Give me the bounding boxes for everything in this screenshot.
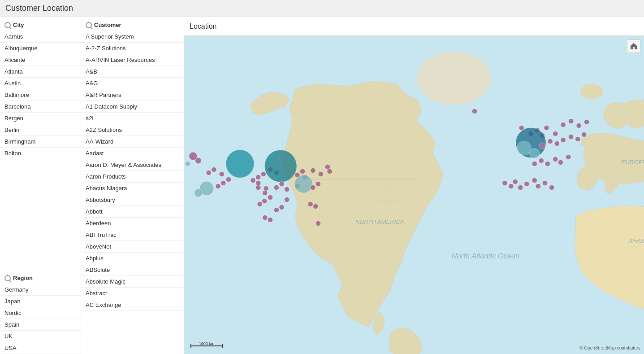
europe-label: EUROPE bbox=[622, 159, 644, 166]
city-list-item[interactable]: Baltimore bbox=[0, 89, 81, 101]
customer-list-item[interactable]: Abstract bbox=[81, 288, 184, 299]
customer-section-header: Customer bbox=[81, 17, 184, 31]
customer-list-item[interactable]: Abplus bbox=[81, 253, 184, 264]
city-list-item[interactable]: Atlanta bbox=[0, 66, 81, 78]
customer-list-item[interactable]: AboveNet bbox=[81, 241, 184, 253]
svg-point-54 bbox=[472, 109, 477, 114]
city-list-item[interactable]: Birmingham bbox=[0, 136, 81, 148]
svg-point-14 bbox=[256, 175, 261, 179]
customer-list-item[interactable]: a2i bbox=[81, 113, 184, 124]
svg-point-10 bbox=[206, 170, 211, 175]
customer-list-item[interactable]: A Superior System bbox=[81, 31, 184, 43]
svg-point-69 bbox=[548, 139, 553, 144]
region-list-item[interactable]: Spain bbox=[0, 319, 81, 331]
city-list-item[interactable]: Bolton bbox=[0, 148, 81, 159]
atlantic-ocean-label: North Atlantic Ocean bbox=[452, 252, 520, 260]
city-list[interactable]: AarhusAlbuquerqueAlicanteAtlantaAustinBa… bbox=[0, 31, 81, 270]
svg-point-81 bbox=[502, 180, 507, 185]
customer-list-item[interactable]: A&B bbox=[81, 66, 184, 78]
region-list-item[interactable]: Japan bbox=[0, 296, 81, 307]
app-title: Customer Location bbox=[0, 0, 644, 17]
customer-list-item[interactable]: Absolute Magic bbox=[81, 276, 184, 288]
svg-point-49 bbox=[226, 177, 231, 182]
customer-list-item[interactable]: A&R Partners bbox=[81, 89, 184, 101]
svg-point-66 bbox=[517, 141, 531, 155]
svg-point-38 bbox=[262, 198, 267, 203]
customer-list-item[interactable]: ABI TruTrac bbox=[81, 229, 184, 241]
city-list-item[interactable]: Alicante bbox=[0, 54, 81, 66]
city-search-icon bbox=[4, 22, 11, 28]
svg-point-87 bbox=[536, 184, 540, 188]
svg-point-24 bbox=[311, 168, 316, 173]
svg-point-88 bbox=[542, 180, 547, 185]
north-america-label: NORTH AMERICA bbox=[355, 219, 404, 225]
svg-point-30 bbox=[263, 190, 268, 195]
svg-point-47 bbox=[316, 221, 320, 226]
customer-list-item[interactable]: A&G bbox=[81, 78, 184, 89]
svg-point-89 bbox=[549, 185, 554, 190]
region-list-item[interactable]: Nordic bbox=[0, 307, 81, 319]
svg-point-62 bbox=[569, 118, 574, 123]
svg-point-13 bbox=[226, 150, 254, 178]
customer-list-item[interactable]: ABSolute bbox=[81, 264, 184, 276]
customer-list-item[interactable]: A-ARVIN Laser Resources bbox=[81, 54, 184, 66]
customer-list-item[interactable]: A1 Datacom Supply bbox=[81, 101, 184, 113]
svg-point-41 bbox=[313, 204, 318, 209]
customer-list-item[interactable]: Aadast bbox=[81, 148, 184, 159]
svg-point-53 bbox=[194, 189, 202, 197]
region-list-item[interactable]: USA bbox=[0, 342, 81, 354]
customer-list-item[interactable]: Abbotsbury bbox=[81, 194, 184, 206]
svg-point-77 bbox=[545, 161, 550, 166]
svg-point-84 bbox=[518, 185, 523, 190]
map-svg: North Atlantic Ocean NORTH AMERICA AFRIC… bbox=[184, 36, 644, 354]
city-list-item[interactable]: Albuquerque bbox=[0, 43, 81, 54]
customer-search-icon bbox=[86, 22, 92, 28]
region-search-icon bbox=[4, 275, 11, 281]
region-list-item[interactable]: UK bbox=[0, 331, 81, 342]
customer-list-item[interactable]: Aaron Products bbox=[81, 171, 184, 183]
svg-point-1 bbox=[417, 52, 491, 105]
city-list-item[interactable]: Bergen bbox=[0, 113, 81, 124]
svg-point-25 bbox=[318, 171, 323, 176]
customer-list-item[interactable]: Abacus Niagara bbox=[81, 183, 184, 194]
svg-point-59 bbox=[544, 125, 549, 130]
region-list-item[interactable]: Germany bbox=[0, 284, 81, 296]
city-list-item[interactable]: Aarhus bbox=[0, 31, 81, 43]
africa-label: AFRICA bbox=[628, 237, 644, 244]
customer-list-item[interactable]: A2Z Solutions bbox=[81, 124, 184, 136]
customer-list-item[interactable]: Abbott bbox=[81, 206, 184, 218]
map-container: North Atlantic Ocean NORTH AMERICA AFRIC… bbox=[184, 36, 644, 354]
svg-point-45 bbox=[268, 217, 272, 222]
city-list-item[interactable]: Austin bbox=[0, 78, 81, 89]
home-icon bbox=[630, 43, 637, 50]
svg-point-36 bbox=[311, 185, 316, 190]
svg-point-29 bbox=[256, 185, 261, 190]
svg-point-72 bbox=[569, 134, 574, 139]
svg-point-61 bbox=[561, 122, 566, 127]
customer-list-item[interactable]: Aberdeen bbox=[81, 218, 184, 229]
svg-point-31 bbox=[274, 185, 279, 190]
customer-list-item[interactable]: AA-Wizard bbox=[81, 136, 184, 148]
map-scale: 1000 km bbox=[189, 341, 225, 350]
customer-list-item[interactable]: AC Exchange bbox=[81, 299, 184, 311]
scale-bar: 1000 km bbox=[189, 341, 225, 350]
svg-point-63 bbox=[576, 123, 581, 128]
region-list[interactable]: GermanyJapanNordicSpainUKUSA bbox=[0, 284, 81, 354]
svg-point-28 bbox=[264, 186, 268, 191]
customer-list-item[interactable]: A-2-Z Solutions bbox=[81, 43, 184, 54]
svg-point-75 bbox=[532, 161, 537, 166]
city-header-label: City bbox=[13, 22, 24, 28]
svg-point-68 bbox=[539, 143, 545, 149]
customer-header-label: Customer bbox=[94, 22, 121, 28]
svg-point-8 bbox=[195, 157, 201, 163]
svg-point-86 bbox=[532, 178, 537, 183]
svg-point-43 bbox=[274, 207, 279, 212]
svg-point-12 bbox=[219, 171, 224, 176]
customer-list-item[interactable]: Aaron D. Meyer & Associates bbox=[81, 159, 184, 171]
city-list-item[interactable]: Barcelona bbox=[0, 101, 81, 113]
svg-point-15 bbox=[261, 171, 266, 176]
svg-point-48 bbox=[257, 201, 262, 206]
customer-list[interactable]: A Superior SystemA-2-Z SolutionsA-ARVIN … bbox=[81, 31, 184, 354]
home-button[interactable] bbox=[627, 39, 640, 53]
city-list-item[interactable]: Berlin bbox=[0, 124, 81, 136]
